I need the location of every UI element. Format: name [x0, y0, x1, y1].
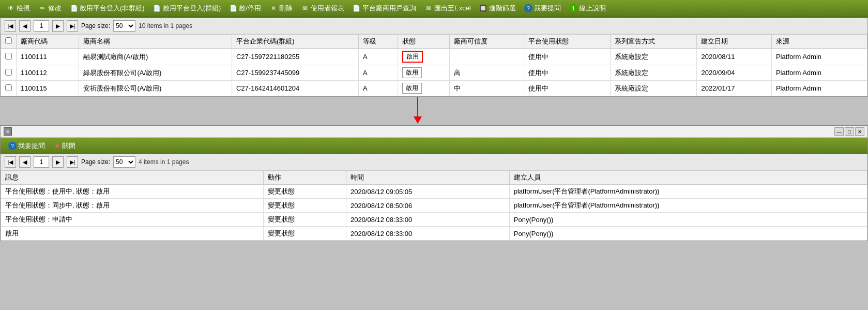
creator: Pony(Pony()) [509, 227, 867, 241]
dialog-ask-button[interactable]: ? 我要提問 [5, 140, 49, 152]
dialog-toolbar: ? 我要提問 ✕ 關閉 [1, 138, 867, 154]
dialog-table-row: 平台使用狀態：使用中, 狀態：啟用 變更狀態 2020/08/12 09:05:… [1, 185, 867, 199]
table-row: 1100111 融易測試廠商(A/啟用) C27-1597221180255 A… [1, 49, 867, 65]
status-badge[interactable]: 啟用 [402, 83, 422, 94]
report-icon: ✉ [301, 4, 309, 12]
col-platform-status: 平台使用狀態 [524, 35, 611, 49]
col-time: 時間 [346, 171, 509, 185]
dialog-close-btn[interactable]: ✕ 關閉 [51, 140, 79, 152]
vendor-table: 廠商代碼 廠商名稱 平台企業代碼(群組) 等級 狀態 廠商可信度 平台使用狀態 … [1, 34, 867, 96]
time: 2020/08/12 08:33:00 [346, 227, 509, 241]
view-button[interactable]: 👁 檢視 [3, 2, 34, 14]
vendor-code: 1100115 [17, 81, 79, 96]
created-date: 2020/09/04 [697, 65, 771, 81]
page-number-input[interactable] [34, 20, 49, 32]
next-page-button[interactable]: ▶ [52, 20, 64, 32]
table-row: 1100115 安祈股份有限公司(A/啟用) C27-1642414601204… [1, 81, 867, 96]
msg: 平台使用狀態：使用中, 狀態：啟用 [1, 185, 264, 199]
row-checkbox[interactable] [5, 69, 12, 76]
question-icon: ? [524, 4, 532, 12]
close-button[interactable]: ✕ [855, 127, 864, 136]
dialog-first-page-button[interactable]: |◀ [5, 156, 16, 168]
dialog-last-page-button[interactable]: ▶| [67, 156, 78, 168]
col-status: 狀態 [398, 35, 449, 49]
enable-login-group-button[interactable]: 📄 啟用平台登入(群組) [149, 2, 225, 14]
doc-icon-3: 📄 [229, 4, 237, 12]
creator: platformUser(平台管理者(PlatformAdministrator… [509, 185, 867, 199]
delete-icon: ✕ [269, 4, 278, 12]
select-all-header [1, 35, 17, 49]
edit-icon: ✏ [38, 4, 47, 12]
table-row: 1100112 綠易股份有限公司(A/啟用) C27-1599237445099… [1, 65, 867, 81]
time: 2020/08/12 09:05:05 [346, 185, 509, 199]
prev-page-button[interactable]: ◀ [19, 20, 31, 32]
dialog-prev-page-button[interactable]: ◀ [19, 156, 31, 168]
trust: 高 [449, 65, 524, 81]
announce: 系統廠設定 [611, 49, 697, 65]
col-source: 來源 [771, 35, 867, 49]
dialog-next-page-button[interactable]: ▶ [52, 156, 64, 168]
platform-code: C27-1642414601204 [232, 81, 358, 96]
action: 變更狀態 [264, 199, 346, 213]
dialog-question-icon: ? [8, 142, 17, 150]
status-badge[interactable]: 啟用 [402, 51, 423, 63]
row-checkbox[interactable] [5, 84, 12, 91]
row-checkbox[interactable] [5, 53, 12, 60]
excel-icon: ✉ [424, 4, 433, 12]
col-message: 訊息 [1, 171, 264, 185]
trust: 中 [449, 81, 524, 96]
level: A [358, 49, 398, 65]
col-vendor-name: 廠商名稱 [79, 35, 232, 49]
page-info: 10 items in 1 pages [139, 22, 192, 29]
source: Platform Admin [771, 49, 867, 65]
restore-button[interactable]: □ [845, 127, 854, 136]
doc-icon-1: 📄 [70, 4, 78, 12]
dialog-page-number-input[interactable] [34, 156, 49, 168]
action: 變更狀態 [264, 227, 346, 241]
vendor-name: 綠易股份有限公司(A/啟用) [79, 65, 232, 81]
dialog-close-icon: ✕ [54, 142, 60, 150]
platform-status: 使用中 [524, 81, 611, 96]
creator: Pony(Pony()) [509, 213, 867, 227]
created-date: 2020/08/11 [697, 49, 771, 65]
status-badge[interactable]: 啟用 [402, 67, 422, 78]
dialog-controls: — □ ✕ [834, 127, 864, 136]
dialog-title-icon: ≡ [4, 127, 12, 136]
vendor-query-button[interactable]: 📄 平台廠商用戶查詢 [349, 2, 420, 14]
level: A [358, 81, 398, 96]
page-size-select[interactable]: 50 100 [113, 20, 135, 32]
msg: 啟用 [1, 227, 264, 241]
creator: platformUser(平台管理者(PlatformAdministrator… [509, 199, 867, 213]
source: Platform Admin [771, 81, 867, 96]
platform-code: C27-1597221180255 [232, 49, 358, 65]
status-cell: 啟用 [398, 81, 449, 96]
user-report-button[interactable]: ✉ 使用者報表 [297, 2, 348, 14]
online-help-button[interactable]: ℹ 線上說明 [566, 2, 610, 14]
msg: 平台使用狀態：同步中, 狀態：啟用 [1, 199, 264, 213]
advanced-filter-button[interactable]: 🔲 進階篩選 [476, 2, 520, 14]
dialog-page-size-select[interactable]: 50 100 [113, 156, 135, 168]
minimize-button[interactable]: — [834, 127, 844, 136]
edit-button[interactable]: ✏ 修改 [35, 2, 65, 14]
main-panel: |◀ ◀ ▶ ▶| Page size: 50 100 10 items in … [0, 18, 868, 97]
ask-question-button[interactable]: ? 我要提問 [521, 2, 565, 14]
col-action: 動作 [264, 171, 346, 185]
select-all-checkbox[interactable] [5, 37, 12, 44]
status-cell: 啟用 [398, 49, 449, 65]
enable-disable-button[interactable]: 📄 啟/停用 [225, 2, 265, 14]
action: 變更狀態 [264, 213, 346, 227]
last-page-button[interactable]: ▶| [67, 20, 78, 32]
col-creator: 建立人員 [509, 171, 867, 185]
export-excel-button[interactable]: ✉ 匯出至Excel [421, 2, 475, 14]
trust [449, 49, 524, 65]
vendor-code: 1100111 [17, 49, 79, 65]
first-page-button[interactable]: |◀ [5, 20, 16, 32]
delete-button[interactable]: ✕ 刪除 [266, 2, 296, 14]
enable-login-nongroup-button[interactable]: 📄 啟用平台登入(非群組) [66, 2, 148, 14]
query-icon: 📄 [353, 4, 361, 12]
announce: 系統廠設定 [611, 65, 697, 81]
row-checkbox-cell [1, 65, 17, 81]
source: Platform Admin [771, 65, 867, 81]
dialog-table: 訊息 動作 時間 建立人員 平台使用狀態：使用中, 狀態：啟用 變更狀態 202… [1, 170, 867, 241]
time: 2020/08/12 08:33:00 [346, 213, 509, 227]
